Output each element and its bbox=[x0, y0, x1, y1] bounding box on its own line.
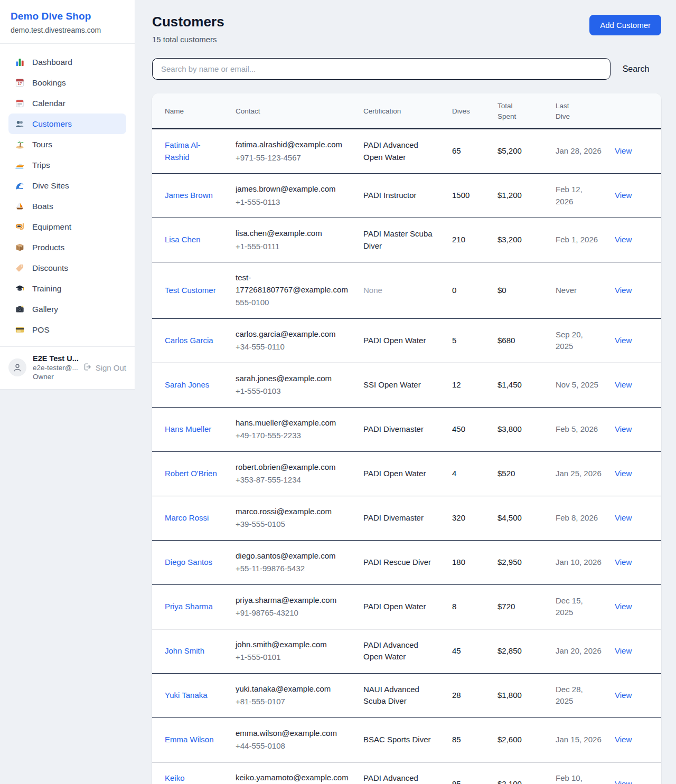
view-link[interactable]: View bbox=[615, 146, 632, 155]
certification-cell: PADI Divemaster bbox=[357, 496, 446, 540]
customer-name-link[interactable]: Hans Mueller bbox=[165, 423, 211, 436]
customer-email: fatima.alrashid@example.com bbox=[236, 139, 351, 151]
sidebar-item-label: Tours bbox=[32, 140, 52, 149]
last-dive-cell: Dec 15, 2025 bbox=[549, 584, 608, 629]
column-header-name: Name bbox=[152, 93, 229, 129]
brand-domain: demo.test.divestreams.com bbox=[11, 26, 124, 34]
table-row: Priya Sharma priya.sharma@example.com +9… bbox=[152, 584, 661, 629]
certification-cell: BSAC Sports Diver bbox=[357, 717, 446, 762]
add-customer-button[interactable]: Add Customer bbox=[589, 15, 661, 35]
sidebar-item-gallery[interactable]: Gallery bbox=[8, 299, 126, 319]
page-header: Customers 15 total customers Add Custome… bbox=[152, 14, 661, 44]
customer-name-link[interactable]: Yuki Tanaka bbox=[165, 689, 208, 702]
sidebar-item-calendar[interactable]: Calendar bbox=[8, 93, 126, 114]
total-spent-cell: $2,850 bbox=[491, 629, 549, 673]
sidebar-item-dashboard[interactable]: Dashboard bbox=[8, 52, 126, 72]
last-dive-cell: Jan 28, 2026 bbox=[549, 129, 608, 174]
certification-cell: PADI Advanced Open Water bbox=[357, 762, 446, 784]
search-button[interactable]: Search bbox=[611, 64, 661, 74]
page-title-block: Customers 15 total customers bbox=[152, 14, 224, 44]
customer-email: john.smith@example.com bbox=[236, 639, 351, 651]
view-link[interactable]: View bbox=[615, 602, 632, 611]
total-spent-cell: $720 bbox=[491, 584, 549, 629]
customer-phone: +39-555-0105 bbox=[236, 518, 351, 531]
view-link[interactable]: View bbox=[615, 735, 632, 744]
certification-value: PADI Open Water bbox=[363, 601, 426, 613]
sidebar-item-tours[interactable]: Tours bbox=[8, 134, 126, 155]
table-row: Diego Santos diego.santos@example.com +5… bbox=[152, 540, 661, 584]
brand-name[interactable]: Demo Dive Shop bbox=[11, 11, 124, 22]
user-info: E2E Test U... e2e-tester@... Owner bbox=[33, 354, 76, 381]
customer-name-link[interactable]: Robert O'Brien bbox=[165, 468, 217, 480]
customer-name-link[interactable]: Test Customer bbox=[165, 285, 216, 297]
customer-name-link[interactable]: Keiko Yamamoto bbox=[165, 772, 223, 784]
column-header-contact: Contact bbox=[229, 93, 357, 129]
view-link[interactable]: View bbox=[615, 380, 632, 389]
customer-name-link[interactable]: Lisa Chen bbox=[165, 234, 201, 246]
view-link[interactable]: View bbox=[615, 235, 632, 244]
view-link[interactable]: View bbox=[615, 191, 632, 200]
user-role: Owner bbox=[33, 373, 76, 381]
sidebar-item-dive-sites[interactable]: Dive Sites bbox=[8, 175, 126, 196]
customer-name-link[interactable]: John Smith bbox=[165, 645, 204, 657]
customer-email: marco.rossi@example.com bbox=[236, 506, 351, 518]
sidebar-item-customers[interactable]: Customers bbox=[8, 114, 126, 134]
sidebar-item-trips[interactable]: Trips bbox=[8, 155, 126, 175]
view-link[interactable]: View bbox=[615, 424, 632, 433]
certification-value: PADI Master Scuba Diver bbox=[363, 228, 433, 252]
contact-cell: fatima.alrashid@example.com +971-55-123-… bbox=[229, 129, 357, 174]
customer-name-link[interactable]: Carlos Garcia bbox=[165, 335, 213, 347]
view-link[interactable]: View bbox=[615, 646, 632, 655]
search-input[interactable] bbox=[152, 58, 611, 80]
sidebar-item-training[interactable]: Training bbox=[8, 278, 126, 299]
customer-name-link[interactable]: Marco Rossi bbox=[165, 512, 209, 524]
sign-out-button[interactable]: Sign Out bbox=[82, 362, 126, 373]
customer-name-link[interactable]: Sarah Jones bbox=[165, 379, 209, 391]
sidebar-item-bookings[interactable]: 17Bookings bbox=[8, 72, 126, 93]
view-link[interactable]: View bbox=[615, 469, 632, 478]
customer-phone: +81-555-0107 bbox=[236, 696, 351, 708]
customer-count: 15 total customers bbox=[152, 35, 224, 44]
sidebar-item-boats[interactable]: Boats bbox=[8, 196, 126, 216]
view-link[interactable]: View bbox=[615, 779, 632, 784]
sidebar-item-label: Boats bbox=[32, 202, 53, 211]
certification-value: NAUI Advanced Scuba Diver bbox=[363, 684, 433, 707]
dives-cell: 45 bbox=[446, 629, 491, 673]
calendar-icon bbox=[15, 98, 25, 108]
customer-name-link[interactable]: James Brown bbox=[165, 190, 213, 202]
certification-cell: PADI Instructor bbox=[357, 174, 446, 218]
customer-name-link[interactable]: Fatima Al-Rashid bbox=[165, 139, 223, 163]
view-link[interactable]: View bbox=[615, 513, 632, 522]
view-link[interactable]: View bbox=[615, 336, 632, 345]
view-link[interactable]: View bbox=[615, 286, 632, 295]
contact-cell: carlos.garcia@example.com +34-555-0110 bbox=[229, 318, 357, 363]
total-spent-cell: $4,500 bbox=[491, 496, 549, 540]
contact-cell: john.smith@example.com +1-555-0101 bbox=[229, 629, 357, 673]
avatar bbox=[8, 358, 26, 376]
customer-phone: +49-170-555-2233 bbox=[236, 430, 351, 442]
view-link[interactable]: View bbox=[615, 558, 632, 566]
column-header-total-spent: Total Spent bbox=[491, 93, 549, 129]
discounts-icon bbox=[15, 263, 25, 273]
view-link[interactable]: View bbox=[615, 691, 632, 700]
total-spent-cell: $520 bbox=[491, 451, 549, 496]
customer-name-link[interactable]: Priya Sharma bbox=[165, 601, 213, 613]
dashboard-icon bbox=[15, 57, 25, 67]
certification-value: BSAC Sports Diver bbox=[363, 734, 431, 746]
table-row: Test Customer test-1772681807767@example… bbox=[152, 262, 661, 319]
sidebar-item-products[interactable]: Products bbox=[8, 237, 126, 258]
last-dive-cell: Feb 10, 2026 bbox=[549, 762, 608, 784]
sidebar-item-equipment[interactable]: Equipment bbox=[8, 216, 126, 237]
certification-cell: NAUI Advanced Scuba Diver bbox=[357, 673, 446, 717]
table-row: Sarah Jones sarah.jones@example.com +1-5… bbox=[152, 363, 661, 407]
last-dive-cell: Feb 1, 2026 bbox=[549, 218, 608, 262]
customer-name-link[interactable]: Diego Santos bbox=[165, 556, 212, 569]
certification-value: PADI Divemaster bbox=[363, 423, 424, 436]
customer-name-link[interactable]: Emma Wilson bbox=[165, 734, 214, 746]
dives-cell: 4 bbox=[446, 451, 491, 496]
sidebar: Demo Dive Shop demo.test.divestreams.com… bbox=[0, 0, 135, 390]
sidebar-item-label: Dashboard bbox=[32, 58, 72, 67]
sidebar-item-pos[interactable]: POS bbox=[8, 319, 126, 340]
customer-phone: +91-98765-43210 bbox=[236, 607, 351, 619]
sidebar-item-discounts[interactable]: Discounts bbox=[8, 258, 126, 278]
